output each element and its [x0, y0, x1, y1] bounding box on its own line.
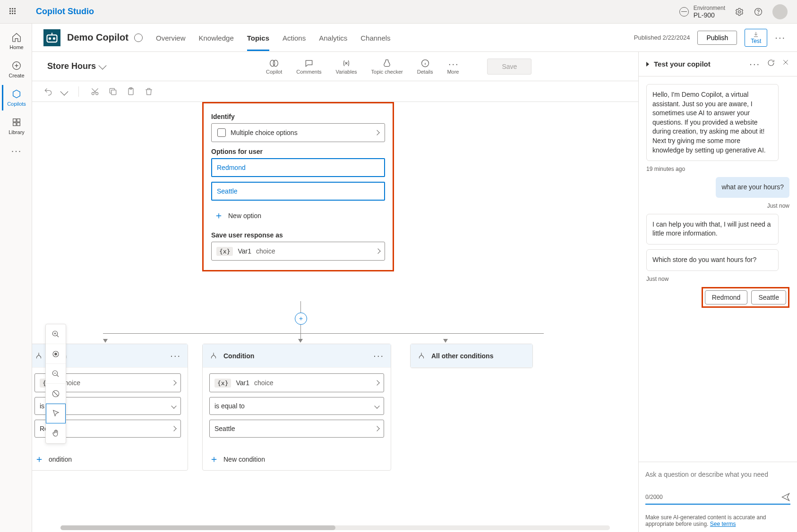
- nav-home[interactable]: Home: [2, 28, 30, 54]
- test-toggle-button[interactable]: Test: [745, 29, 767, 47]
- condition-operator[interactable]: is equal to: [209, 397, 384, 415]
- svg-rect-16: [111, 90, 116, 94]
- more-menu[interactable]: ···: [775, 32, 786, 43]
- refresh-icon[interactable]: [767, 59, 775, 67]
- fit-button[interactable]: [46, 344, 66, 364]
- nav-more[interactable]: ···: [2, 142, 30, 160]
- see-terms-link[interactable]: See terms: [710, 521, 736, 527]
- language-icon[interactable]: [134, 34, 143, 42]
- paste-button[interactable]: [126, 87, 136, 96]
- test-panel: Test your copilot ··· Hello, I'm Demo Co…: [638, 52, 797, 532]
- user-message: what are your hours?: [716, 177, 789, 198]
- tab-channels[interactable]: Channels: [360, 25, 390, 51]
- topic-dropdown[interactable]: [99, 61, 107, 69]
- delete-button[interactable]: [144, 87, 154, 96]
- new-condition-button[interactable]: ＋ ondition: [32, 448, 188, 470]
- tool-variables[interactable]: Variables: [335, 59, 357, 75]
- send-button[interactable]: [781, 492, 790, 502]
- settings-icon[interactable]: [735, 7, 744, 17]
- options-label: Options for user: [211, 148, 385, 155]
- branch-icon: [34, 352, 43, 360]
- pan-tool-button[interactable]: [46, 423, 66, 443]
- tab-knowledge[interactable]: Knowledge: [199, 25, 234, 51]
- new-option-button[interactable]: ＋ New option: [211, 205, 385, 226]
- zoom-in-button[interactable]: [46, 324, 66, 344]
- svg-point-12: [273, 60, 278, 66]
- more-icon: ···: [11, 145, 22, 156]
- test-panel-title: Test your copilot: [654, 60, 711, 68]
- publish-button[interactable]: Publish: [697, 31, 737, 45]
- help-icon[interactable]: [754, 7, 763, 17]
- nav-library[interactable]: Library: [2, 113, 30, 139]
- tab-actions[interactable]: Actions: [283, 25, 306, 51]
- bot-message: Hello, I'm Demo Copilot, a virtual assis…: [646, 84, 779, 161]
- suggested-action-seattle[interactable]: Seattle: [751, 290, 786, 304]
- select-tool-button[interactable]: [46, 404, 66, 423]
- identify-selector[interactable]: Multiple choice options: [211, 123, 385, 142]
- plus-icon: ＋: [214, 209, 223, 222]
- tool-copilot[interactable]: Copilot: [266, 59, 282, 75]
- environment-picker[interactable]: Environment PL-900: [679, 5, 725, 19]
- tool-more[interactable]: ···More: [447, 59, 459, 75]
- svg-point-0: [738, 10, 741, 13]
- copy-button[interactable]: [108, 87, 118, 96]
- globe-icon: [679, 7, 689, 17]
- variable-icon: {x}: [216, 247, 233, 256]
- tab-topics[interactable]: Topics: [247, 25, 269, 51]
- tab-overview[interactable]: Overview: [156, 25, 186, 51]
- app-launcher[interactable]: [9, 8, 17, 16]
- timestamp: Just now: [646, 203, 789, 209]
- svg-point-2: [758, 13, 759, 14]
- collapse-icon[interactable]: [646, 62, 649, 67]
- identify-label: Identify: [211, 113, 385, 120]
- condition-node[interactable]: Condition ··· {x} Var1 choice is equal t…: [202, 344, 391, 471]
- cut-button[interactable]: [90, 87, 100, 96]
- close-icon[interactable]: [782, 59, 789, 66]
- tool-details[interactable]: Details: [417, 59, 433, 75]
- svg-point-10: [53, 38, 55, 39]
- node-menu[interactable]: ···: [373, 350, 384, 361]
- authoring-canvas[interactable]: Identify Multiple choice options Options…: [32, 102, 638, 532]
- tab-analytics[interactable]: Analytics: [319, 25, 347, 51]
- question-node[interactable]: Identify Multiple choice options Options…: [202, 102, 394, 271]
- undo-dropdown[interactable]: [60, 87, 69, 95]
- tool-topic-checker[interactable]: Topic checker: [371, 59, 403, 75]
- variable-selector[interactable]: {x} Var1 choice: [211, 242, 385, 261]
- branch-icon: [417, 352, 426, 360]
- nav-create[interactable]: Create: [2, 57, 30, 82]
- plus-icon: ＋: [209, 453, 219, 465]
- connector: [103, 333, 544, 334]
- node-menu[interactable]: ···: [170, 350, 181, 361]
- new-condition-button[interactable]: ＋ New condition: [203, 448, 391, 470]
- add-node-button[interactable]: ＋: [295, 312, 307, 325]
- published-date: Published 2/22/2024: [634, 34, 690, 41]
- arrow-icon: [443, 339, 448, 343]
- horizontal-scrollbar[interactable]: [60, 525, 610, 530]
- svg-rect-7: [17, 123, 20, 126]
- arrow-icon: [103, 339, 108, 343]
- zoom-out-button[interactable]: [46, 364, 66, 384]
- test-more-menu[interactable]: ···: [749, 59, 760, 69]
- reset-view-button[interactable]: [46, 384, 66, 404]
- save-button[interactable]: Save: [487, 59, 531, 75]
- svg-rect-8: [47, 35, 57, 42]
- condition-node-other[interactable]: All other conditions: [410, 344, 533, 368]
- branch-icon: [209, 352, 218, 360]
- timestamp: Just now: [646, 276, 789, 282]
- condition-value[interactable]: Seattle: [209, 420, 384, 438]
- bot-name: Demo Copilot: [67, 32, 129, 43]
- condition-variable[interactable]: {x} Var1 choice: [209, 373, 384, 392]
- svg-rect-6: [13, 123, 16, 126]
- environment-label: Environment: [694, 5, 725, 11]
- nav-copilots[interactable]: Copilots: [2, 85, 30, 110]
- chat-input[interactable]: [645, 471, 790, 490]
- undo-button[interactable]: [43, 87, 53, 96]
- user-avatar[interactable]: [772, 4, 788, 19]
- timestamp: 19 minutes ago: [646, 166, 789, 172]
- tool-comments[interactable]: Comments: [296, 59, 321, 75]
- option-input-1[interactable]: [211, 158, 385, 177]
- suggested-action-redmond[interactable]: Redmond: [705, 290, 748, 304]
- option-input-2[interactable]: [211, 182, 385, 201]
- disclaimer: Make sure AI-generated content is accura…: [639, 509, 797, 532]
- brand-title[interactable]: Copilot Studio: [36, 7, 94, 17]
